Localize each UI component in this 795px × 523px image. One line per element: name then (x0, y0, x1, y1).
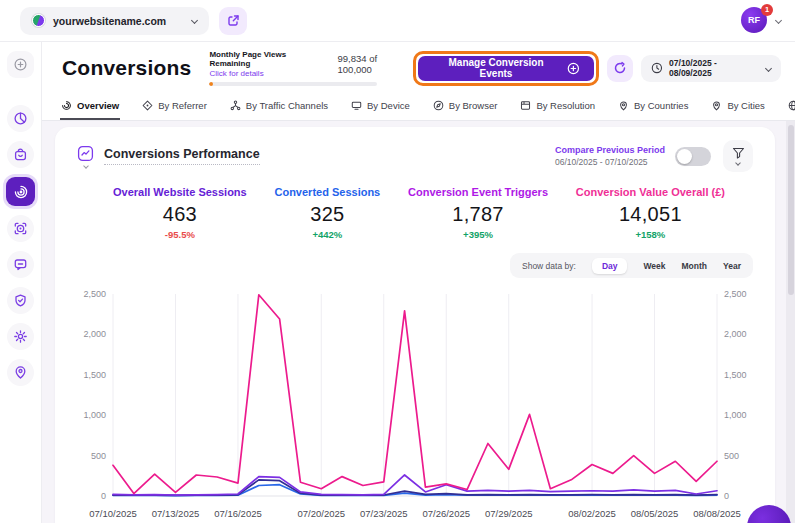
conversions-chart[interactable]: 005005001,0001,0001,5001,5002,0002,0002,… (77, 286, 753, 523)
notification-badge: 1 (761, 4, 773, 16)
conversions-performance-card: Conversions Performance Compare Previous… (55, 127, 775, 523)
conversions-chart-svg: 005005001,0001,0001,5001,5002,0002,0002,… (77, 286, 753, 523)
performance-widget-icon[interactable] (77, 145, 94, 168)
svg-text:500: 500 (724, 451, 739, 461)
views-remaining-value: 99,834 of 100,000 (338, 53, 413, 75)
chevron-down-icon (83, 163, 89, 169)
sidebar-item-orders[interactable] (7, 141, 34, 168)
site-favicon-icon (32, 14, 45, 27)
show-by-month[interactable]: Month (682, 261, 708, 271)
device-monitor-icon (351, 100, 362, 111)
utm-globe-icon (788, 100, 795, 111)
website-selector[interactable]: yourwebsitename.com (20, 7, 209, 35)
date-range-value: 07/10/2025 - 08/09/2025 (669, 58, 760, 78)
tab-label: By Referrer (158, 100, 207, 111)
svg-text:2,500: 2,500 (724, 289, 747, 299)
map-pin-user-icon (13, 365, 28, 380)
sidebar-item-messages[interactable] (7, 251, 34, 278)
metric-delta: +395% (408, 229, 548, 240)
show-by-day[interactable]: Day (592, 258, 628, 274)
metric-value: 1,787 (408, 203, 548, 226)
sidebar-item-security[interactable] (7, 287, 34, 314)
tab-label: Overview (77, 100, 119, 111)
svg-text:07/16/2025: 07/16/2025 (214, 508, 262, 519)
manage-conversion-events-button[interactable]: Manage Conversion Events (418, 56, 594, 81)
open-site-button[interactable] (219, 7, 247, 35)
svg-text:500: 500 (91, 451, 106, 461)
scrollbar-thumb[interactable] (788, 125, 794, 295)
metric-converted-sessions: Converted Sessions 325 +442% (274, 186, 380, 240)
sidebar-item-locations[interactable] (7, 359, 34, 386)
svg-text:0: 0 (101, 491, 106, 501)
pie-chart-icon (13, 111, 28, 126)
metric-delta: +442% (274, 229, 380, 240)
sidebar-nav (0, 42, 42, 523)
metric-label: Conversion Value Overall (£) (576, 186, 725, 198)
page-views-remaining: Monthly Page Views Remaining Click for d… (209, 50, 413, 86)
svg-text:08/05/2025: 08/05/2025 (631, 508, 679, 519)
tab-by-traffic-channels[interactable]: By Traffic Channels (229, 96, 329, 120)
tab-label: By Traffic Channels (246, 100, 328, 111)
metric-event-triggers: Conversion Event Triggers 1,787 +395% (408, 186, 548, 240)
metric-value: 14,051 (576, 203, 725, 226)
page-scrollbar[interactable] (786, 121, 795, 523)
refresh-icon (613, 61, 627, 75)
filter-button[interactable] (723, 140, 753, 172)
user-menu[interactable]: RF 1 (741, 7, 769, 35)
chevron-down-icon (765, 64, 772, 71)
svg-text:1,500: 1,500 (83, 370, 106, 380)
sidebar-item-conversions[interactable] (6, 177, 35, 206)
shield-check-icon (13, 293, 28, 308)
click-for-details-link[interactable]: Click for details (209, 69, 327, 78)
chevron-down-icon (191, 17, 198, 24)
views-remaining-label: Monthly Page Views Remaining (209, 50, 327, 68)
external-link-icon (227, 14, 240, 27)
metric-delta: +158% (576, 229, 725, 240)
tab-label: By Countries (634, 100, 688, 111)
svg-text:07/26/2025: 07/26/2025 (422, 508, 470, 519)
tab-by-device[interactable]: By Device (350, 96, 411, 120)
svg-text:1,000: 1,000 (724, 410, 747, 420)
show-by-year[interactable]: Year (723, 261, 741, 271)
chevron-down-icon (735, 160, 741, 166)
card-title: Conversions Performance (104, 147, 260, 165)
page-title: Conversions (62, 56, 191, 80)
svg-text:2,000: 2,000 (724, 329, 747, 339)
svg-text:1,500: 1,500 (724, 370, 747, 380)
cities-pin-icon (711, 100, 722, 111)
sidebar-item-settings[interactable] (7, 323, 34, 350)
content-area: Conversions Performance Compare Previous… (42, 121, 795, 523)
tab-by-referrer[interactable]: By Referrer (141, 96, 208, 120)
overview-swirl-icon (61, 100, 72, 111)
tab-overview[interactable]: Overview (60, 96, 120, 120)
resolution-frame-icon (520, 100, 531, 111)
tab-by-browser[interactable]: By Browser (432, 96, 499, 120)
tab-by-cities[interactable]: By Cities (710, 96, 765, 120)
metric-conversion-value: Conversion Value Overall (£) 14,051 +158… (576, 186, 725, 240)
svg-text:07/29/2025: 07/29/2025 (485, 508, 533, 519)
svg-text:07/13/2025: 07/13/2025 (152, 508, 200, 519)
refresh-button[interactable] (607, 55, 634, 82)
sidebar-collapse-icon[interactable] (7, 51, 34, 78)
metric-delta: -95.5% (113, 229, 247, 240)
browser-compass-icon (433, 100, 444, 111)
tab-by-utm-campaign[interactable]: By UTM Campaign (787, 96, 795, 120)
manage-button-label: Manage Conversion Events (432, 57, 560, 79)
chevron-down-icon (775, 17, 782, 24)
tab-label: By Resolution (536, 100, 595, 111)
compare-range: 06/10/2025 - 07/10/2025 (555, 157, 665, 167)
svg-text:07/10/2025: 07/10/2025 (89, 508, 137, 519)
show-by-week[interactable]: Week (643, 261, 665, 271)
tab-by-resolution[interactable]: By Resolution (519, 96, 596, 120)
date-range-picker[interactable]: 07/10/2025 - 08/09/2025 (641, 55, 781, 82)
metric-label: Conversion Event Triggers (408, 186, 548, 198)
tab-by-countries[interactable]: By Countries (617, 96, 689, 120)
compare-label: Compare Previous Period (555, 145, 665, 155)
conversions-swirl-icon (13, 184, 29, 200)
referrer-diamond-icon (142, 100, 153, 111)
compare-toggle[interactable] (675, 147, 711, 166)
annotation-highlight-box: Manage Conversion Events (413, 51, 599, 86)
chart-box-icon (77, 145, 94, 162)
sidebar-item-tracking[interactable] (7, 215, 34, 242)
sidebar-item-analytics[interactable] (7, 105, 34, 132)
